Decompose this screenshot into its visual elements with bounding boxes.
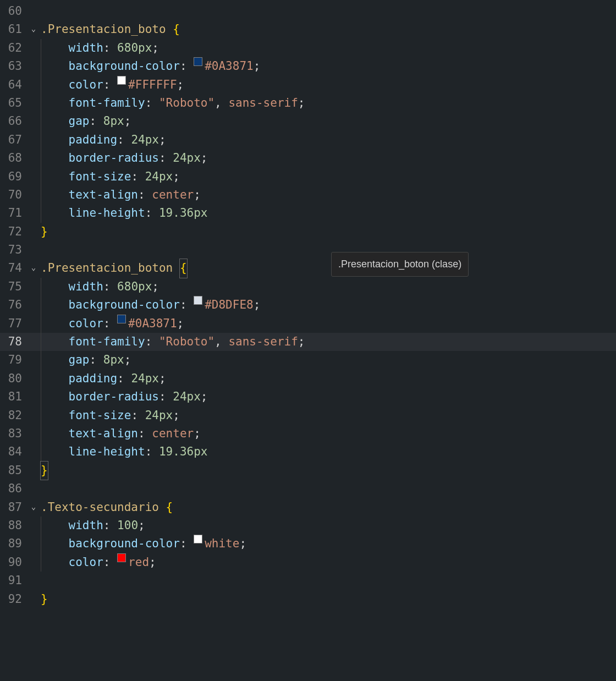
token-num: 8px — [103, 112, 124, 130]
chevron-down-icon: ⌄ — [31, 498, 36, 516]
token-kw: #D8DFE8 — [205, 296, 254, 314]
token-punct: ; — [159, 131, 166, 149]
code-content[interactable]: border-radius: 24px; — [41, 149, 616, 167]
code-editor[interactable]: 6061⌄.Presentacion_boto {62 width: 680px… — [0, 0, 616, 608]
token-punct — [41, 407, 69, 425]
token-punct — [166, 20, 173, 39]
color-swatch[interactable] — [117, 315, 126, 323]
code-line[interactable]: 60 — [0, 2, 616, 20]
code-line[interactable]: 82 font-size: 24px; — [0, 407, 616, 425]
code-content[interactable]: padding: 24px; — [41, 370, 616, 388]
code-line[interactable]: 70 text-align: center; — [0, 186, 616, 204]
token-punct: ; — [138, 517, 145, 535]
code-content[interactable]: .Texto-secundario { — [41, 498, 616, 517]
code-line[interactable]: 73 — [0, 241, 616, 259]
token-kw: #0A3871 — [128, 315, 177, 333]
line-number: 60 — [0, 2, 26, 20]
code-content[interactable]: padding: 24px; — [41, 131, 616, 149]
code-line[interactable]: 67 padding: 24px; — [0, 131, 616, 149]
token-brace: } — [41, 223, 48, 241]
code-content[interactable]: border-radius: 24px; — [41, 388, 616, 406]
code-content[interactable]: width: 680px; — [41, 278, 616, 296]
code-line[interactable]: 92} — [0, 590, 616, 608]
code-line[interactable]: 66 gap: 8px; — [0, 112, 616, 130]
token-punct: , — [215, 333, 228, 351]
code-line[interactable]: 89 background-color: white; — [0, 535, 616, 553]
code-line[interactable]: 69 font-size: 24px; — [0, 168, 616, 186]
token-brace: { — [179, 259, 188, 278]
line-number: 71 — [0, 204, 26, 222]
code-line[interactable]: 81 border-radius: 24px; — [0, 388, 616, 406]
line-number: 76 — [0, 296, 26, 314]
code-line[interactable]: 83 text-align: center; — [0, 425, 616, 443]
code-line[interactable]: 79 gap: 8px; — [0, 351, 616, 369]
token-num: 24px — [173, 149, 201, 167]
color-swatch[interactable] — [194, 296, 202, 305]
code-content[interactable]: gap: 8px; — [41, 351, 616, 369]
code-content[interactable]: color: #FFFFFF; — [41, 76, 616, 94]
code-content[interactable]: .Presentacion_boton { — [41, 259, 616, 277]
color-swatch[interactable] — [117, 553, 126, 562]
code-content[interactable]: width: 100; — [41, 517, 616, 535]
code-content[interactable]: font-family: "Roboto", sans-serif; — [41, 94, 616, 112]
code-content[interactable]: background-color: #0A3871; — [41, 57, 616, 75]
code-line[interactable]: 71 line-height: 19.36px — [0, 204, 616, 222]
code-content[interactable]: width: 680px; — [41, 39, 616, 57]
code-content[interactable]: font-size: 24px; — [41, 168, 616, 186]
code-line[interactable]: 84 line-height: 19.36px — [0, 443, 616, 461]
code-content[interactable]: } — [41, 590, 616, 608]
token-punct: : — [138, 186, 152, 204]
code-line[interactable]: 64 color: #FFFFFF; — [0, 76, 616, 94]
code-content[interactable]: line-height: 19.36px — [41, 204, 616, 222]
code-line[interactable]: 90 color: red; — [0, 553, 616, 572]
code-content[interactable]: background-color: white; — [41, 535, 616, 553]
line-number: 80 — [0, 370, 26, 388]
code-line[interactable]: 78 font-family: "Roboto", sans-serif; — [0, 333, 616, 351]
fold-toggle[interactable]: ⌄ — [26, 259, 41, 277]
code-line[interactable]: 76 background-color: #D8DFE8; — [0, 296, 616, 314]
code-line[interactable]: 88 width: 100; — [0, 517, 616, 535]
code-line[interactable]: 80 padding: 24px; — [0, 370, 616, 388]
code-content[interactable]: } — [41, 462, 616, 480]
code-content[interactable]: font-size: 24px; — [41, 407, 616, 425]
code-content[interactable]: } — [41, 223, 616, 241]
code-line[interactable]: 85} — [0, 462, 616, 480]
token-num: 24px — [173, 388, 201, 406]
token-punct — [41, 296, 69, 314]
code-line[interactable]: 91 — [0, 572, 616, 590]
code-line[interactable]: 77 color: #0A3871; — [0, 315, 616, 333]
code-line[interactable]: 74⌄.Presentacion_boton { — [0, 259, 616, 277]
code-line[interactable]: 72} — [0, 223, 616, 241]
code-line[interactable]: 75 width: 680px; — [0, 278, 616, 296]
code-content[interactable]: text-align: center; — [41, 186, 616, 204]
token-prop: gap — [69, 351, 90, 369]
color-swatch[interactable] — [117, 76, 126, 85]
code-line[interactable]: 87⌄.Texto-secundario { — [0, 498, 616, 517]
code-line[interactable]: 62 width: 680px; — [0, 39, 616, 57]
token-prop: background-color — [69, 535, 180, 553]
code-content[interactable]: font-family: "Roboto", sans-serif; — [41, 333, 616, 351]
code-line[interactable]: 65 font-family: "Roboto", sans-serif; — [0, 94, 616, 112]
code-content[interactable]: text-align: center; — [41, 425, 616, 443]
code-content[interactable]: color: red; — [41, 553, 616, 572]
code-content[interactable]: background-color: #D8DFE8; — [41, 296, 616, 314]
token-num: 24px — [145, 168, 173, 186]
line-number: 67 — [0, 131, 26, 149]
fold-toggle[interactable]: ⌄ — [26, 498, 41, 517]
token-punct — [41, 112, 69, 130]
token-prop: font-family — [69, 333, 145, 351]
code-line[interactable]: 61⌄.Presentacion_boto { — [0, 20, 616, 39]
code-content[interactable]: line-height: 19.36px — [41, 443, 616, 461]
token-kw: white — [205, 535, 239, 553]
token-punct: ; — [177, 315, 184, 333]
code-line[interactable]: 86 — [0, 480, 616, 498]
code-content[interactable]: .Presentacion_boto { — [41, 20, 616, 39]
code-line[interactable]: 63 background-color: #0A3871; — [0, 57, 616, 75]
code-content[interactable]: gap: 8px; — [41, 112, 616, 130]
line-number: 89 — [0, 535, 26, 553]
code-line[interactable]: 68 border-radius: 24px; — [0, 149, 616, 167]
code-content[interactable]: color: #0A3871; — [41, 315, 616, 333]
fold-toggle[interactable]: ⌄ — [26, 20, 41, 39]
color-swatch[interactable] — [194, 535, 202, 543]
color-swatch[interactable] — [194, 57, 202, 66]
